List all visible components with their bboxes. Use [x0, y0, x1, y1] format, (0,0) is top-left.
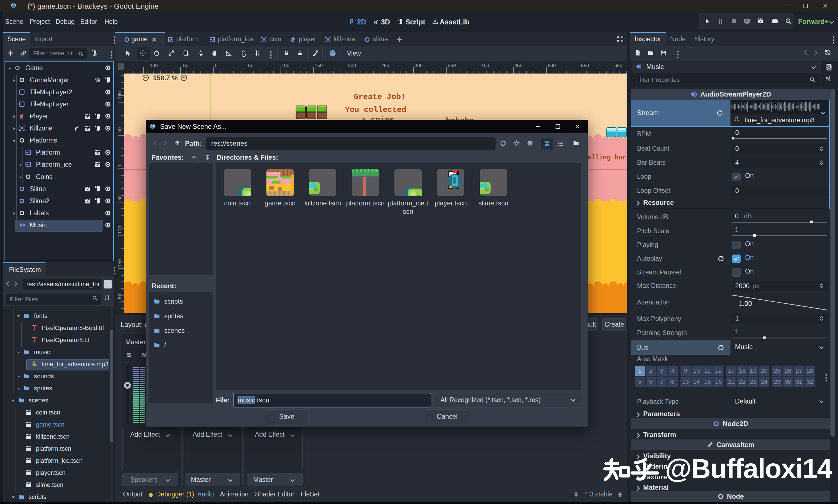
- svg-text:DOC: DOC: [826, 68, 832, 70]
- svg-text:%: %: [95, 77, 100, 83]
